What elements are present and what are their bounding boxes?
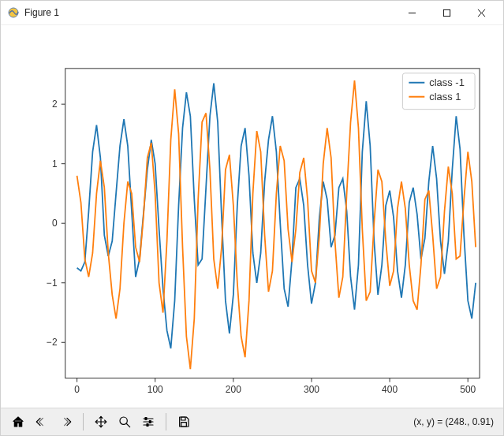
plot-canvas[interactable]: 0100200300400500−2−1012class -1class 1 [1,25,503,408]
svg-text:400: 400 [382,384,398,395]
svg-text:class -1: class -1 [429,76,465,88]
back-button[interactable] [31,411,53,433]
figure-window: Figure 1 0100200300400500−2−1012class -1… [0,0,504,436]
toolbar: (x, y) = (248., 0.91) [1,408,503,435]
svg-text:0: 0 [74,384,80,395]
app-icon [7,6,20,19]
titlebar: Figure 1 [1,1,503,25]
window-buttons [394,2,498,24]
svg-text:300: 300 [304,384,319,395]
svg-text:0: 0 [52,218,58,229]
home-button[interactable] [7,411,29,433]
svg-text:500: 500 [460,384,476,395]
toolbar-separator [83,413,84,430]
svg-rect-44 [181,417,185,420]
svg-text:−1: −1 [47,278,58,289]
save-button[interactable] [173,411,195,433]
maximize-button[interactable] [429,2,464,24]
svg-line-37 [126,423,130,427]
svg-text:class 1: class 1 [429,91,461,102]
svg-text:100: 100 [147,384,163,395]
forward-button[interactable] [54,411,77,433]
svg-text:200: 200 [226,384,241,395]
zoom-button[interactable] [114,411,136,433]
svg-text:1: 1 [52,158,58,170]
close-button[interactable] [464,2,498,24]
plot-svg: 0100200300400500−2−1012class -1class 1 [1,25,503,409]
configure-subplots-button[interactable] [137,411,159,433]
pan-button[interactable] [90,411,112,433]
toolbar-separator [166,413,166,430]
window-title: Figure 1 [24,7,394,18]
svg-rect-2 [443,9,450,16]
svg-text:2: 2 [52,99,58,110]
svg-text:−2: −2 [47,337,58,348]
cursor-coordinates: (x, y) = (248., 0.91) [413,416,497,427]
svg-rect-41 [145,418,147,420]
svg-rect-43 [147,424,148,427]
minimize-button[interactable] [394,2,429,24]
svg-rect-45 [181,423,187,427]
svg-rect-42 [149,421,151,423]
